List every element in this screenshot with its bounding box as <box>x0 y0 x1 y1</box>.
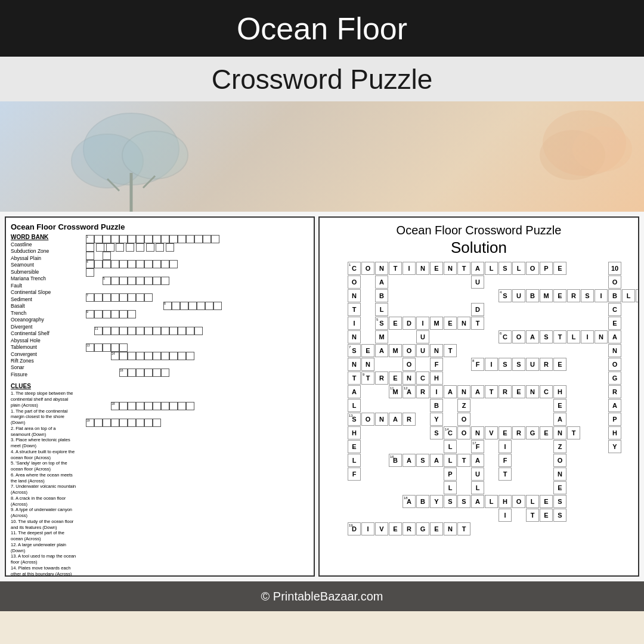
grid-cell[interactable] <box>119 419 128 427</box>
grid-cell[interactable] <box>119 260 128 268</box>
grid-cell[interactable] <box>111 327 119 335</box>
grid-cell[interactable] <box>103 419 111 427</box>
grid-cell[interactable] <box>161 402 169 410</box>
grid-cell[interactable] <box>128 260 136 268</box>
grid-cell[interactable] <box>194 327 203 335</box>
grid-cell[interactable]: 8 <box>163 302 172 310</box>
grid-cell[interactable] <box>119 310 128 318</box>
grid-cell[interactable] <box>161 277 169 285</box>
grid-cell[interactable]: 13 <box>86 343 94 352</box>
grid-cell[interactable] <box>213 302 222 310</box>
grid-cell[interactable] <box>186 235 194 243</box>
grid-cell[interactable]: 4 <box>86 260 94 268</box>
grid-cell[interactable] <box>94 235 103 243</box>
grid-cell[interactable] <box>128 369 136 377</box>
grid-cell[interactable] <box>119 343 128 352</box>
grid-cell[interactable] <box>128 327 136 335</box>
grid-cell[interactable] <box>136 235 144 243</box>
grid-cell[interactable] <box>161 352 169 360</box>
grid-cell[interactable] <box>186 327 194 335</box>
grid-cell[interactable]: 16 <box>119 369 128 377</box>
grid-cell[interactable] <box>153 277 161 285</box>
grid-cell[interactable] <box>94 343 103 352</box>
grid-cell[interactable] <box>136 293 144 302</box>
grid-cell[interactable] <box>136 277 144 285</box>
grid-cell[interactable] <box>136 327 144 335</box>
grid-cell[interactable] <box>119 293 128 302</box>
grid-cell[interactable] <box>144 277 153 285</box>
grid-cell[interactable]: 1 <box>86 235 94 243</box>
grid-cell[interactable] <box>94 310 103 318</box>
grid-cell[interactable] <box>144 235 153 243</box>
grid-cell[interactable] <box>103 252 111 260</box>
grid-cell[interactable] <box>111 277 119 285</box>
grid-cell[interactable] <box>94 260 103 268</box>
grid-cell[interactable]: 19 <box>86 419 94 427</box>
grid-cell[interactable] <box>144 352 153 360</box>
grid-cell[interactable] <box>144 419 153 427</box>
grid-cell[interactable] <box>144 260 153 268</box>
grid-cell[interactable] <box>86 243 94 252</box>
grid-cell[interactable] <box>111 235 119 243</box>
grid-cell[interactable]: 18 <box>111 402 119 410</box>
grid-cell[interactable] <box>128 310 136 318</box>
grid-cell[interactable] <box>178 327 186 335</box>
grid-cell[interactable] <box>203 235 211 243</box>
grid-cell[interactable] <box>169 352 178 360</box>
grid-cell[interactable] <box>128 352 136 360</box>
grid-cell[interactable] <box>144 327 153 335</box>
grid-cell[interactable] <box>136 260 144 268</box>
grid-cell[interactable] <box>169 235 178 243</box>
grid-cell[interactable] <box>144 369 153 377</box>
grid-cell[interactable] <box>136 352 144 360</box>
grid-cell[interactable] <box>94 419 103 427</box>
grid-cell[interactable] <box>180 302 188 310</box>
grid-cell[interactable] <box>197 302 205 310</box>
grid-cell[interactable] <box>178 402 186 410</box>
grid-cell[interactable] <box>205 302 213 310</box>
grid-cell[interactable] <box>116 243 124 252</box>
grid-cell[interactable] <box>103 293 111 302</box>
grid-cell[interactable] <box>161 235 169 243</box>
grid-cell[interactable] <box>119 277 128 285</box>
grid-cell[interactable] <box>103 260 111 268</box>
grid-cell[interactable] <box>119 327 128 335</box>
grid-cell[interactable]: 11 <box>94 327 103 335</box>
grid-cell[interactable] <box>153 352 161 360</box>
grid-cell[interactable] <box>169 402 178 410</box>
grid-cell[interactable] <box>144 402 153 410</box>
grid-cell[interactable] <box>153 235 161 243</box>
grid-cell[interactable] <box>161 327 169 335</box>
grid-cell[interactable] <box>128 293 136 302</box>
grid-cell[interactable] <box>169 327 178 335</box>
grid-cell[interactable] <box>111 310 119 318</box>
grid-cell[interactable] <box>178 235 186 243</box>
grid-cell[interactable] <box>128 419 136 427</box>
grid-cell[interactable] <box>106 243 114 252</box>
grid-cell[interactable] <box>186 352 194 360</box>
grid-cell[interactable] <box>153 327 161 335</box>
grid-cell[interactable] <box>119 352 128 360</box>
grid-cell[interactable]: 9 <box>86 310 94 318</box>
grid-cell[interactable] <box>119 402 128 410</box>
grid-cell[interactable] <box>156 243 164 252</box>
grid-cell[interactable] <box>111 260 119 268</box>
grid-cell[interactable] <box>103 235 111 243</box>
grid-cell[interactable] <box>128 277 136 285</box>
grid-cell[interactable] <box>136 419 144 427</box>
grid-cell[interactable] <box>103 327 111 335</box>
grid-cell[interactable] <box>161 260 169 268</box>
grid-cell[interactable] <box>144 293 153 302</box>
grid-cell[interactable] <box>211 235 219 243</box>
grid-cell[interactable] <box>188 302 197 310</box>
grid-cell[interactable] <box>111 343 119 352</box>
grid-cell[interactable] <box>153 260 161 268</box>
grid-cell[interactable] <box>136 402 144 410</box>
grid-cell[interactable] <box>169 260 178 268</box>
grid-cell[interactable] <box>111 419 119 427</box>
grid-cell[interactable]: 5 <box>103 277 111 285</box>
grid-cell[interactable] <box>178 352 186 360</box>
grid-cell[interactable] <box>119 235 128 243</box>
grid-cell[interactable] <box>111 293 119 302</box>
grid-cell[interactable] <box>161 369 169 377</box>
